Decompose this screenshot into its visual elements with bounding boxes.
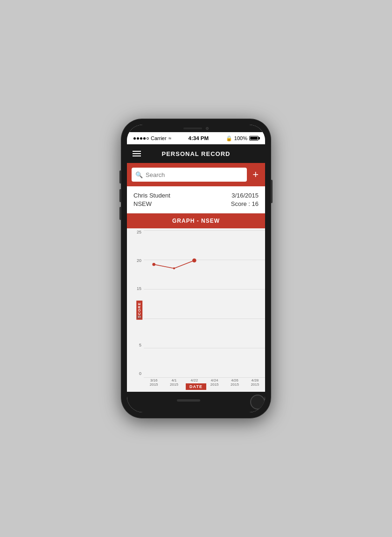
search-icon: 🔍 — [135, 171, 143, 178]
record-date: 3/16/2015 — [231, 192, 259, 199]
add-button[interactable]: + — [251, 170, 260, 180]
speaker-top — [183, 127, 202, 129]
record-score: Score : 16 — [231, 200, 259, 207]
status-time: 4:34 PM — [189, 135, 209, 141]
volume-down-button — [119, 207, 121, 220]
status-left: Carrier ≈ — [133, 135, 171, 141]
battery-icon — [249, 136, 259, 141]
hamburger-line-1 — [133, 151, 141, 152]
graph-container: SCORE 25 20 15 10 5 0 — [127, 228, 265, 392]
front-camera — [206, 127, 209, 130]
y-axis-ticks: 25 20 15 10 5 0 — [127, 228, 144, 378]
record-category: NSEW — [133, 200, 152, 207]
signal-dot-4 — [143, 137, 146, 140]
search-section: 🔍 + — [127, 163, 265, 186]
hamburger-line-2 — [133, 153, 141, 154]
record-name: Chris Student — [133, 192, 170, 199]
phone-screen: Carrier ≈ 4:34 PM 🔒 100% PERS — [127, 125, 265, 412]
data-point-1 — [173, 268, 175, 269]
y-tick-25: 25 — [127, 230, 144, 234]
record-top: Chris Student 3/16/2015 — [133, 192, 259, 199]
record-bottom: NSEW Score : 16 — [133, 200, 259, 207]
status-bar: Carrier ≈ 4:34 PM 🔒 100% — [127, 132, 265, 144]
signal-dot-3 — [140, 137, 142, 140]
graph-title: GRAPH - NSEW — [172, 218, 220, 224]
wifi-icon: ≈ — [168, 135, 171, 141]
data-point-0 — [152, 263, 155, 266]
home-button-area — [127, 392, 265, 412]
grid-line-5 — [144, 348, 265, 348]
chart-line — [154, 261, 195, 268]
battery-fill — [250, 137, 258, 140]
signal-dot-5 — [147, 137, 149, 140]
date-label-container: DATE — [127, 383, 265, 392]
graph-header: GRAPH - NSEW — [127, 213, 265, 228]
search-box[interactable]: 🔍 — [132, 168, 247, 182]
page-title: PERSONAL RECORD — [147, 150, 245, 157]
phone-device: Carrier ≈ 4:34 PM 🔒 100% PERS — [121, 119, 271, 418]
x-axis-label: DATE — [186, 383, 206, 390]
hamburger-line-3 — [133, 155, 141, 156]
y-tick-5: 5 — [127, 343, 144, 347]
battery-pct: 100% — [234, 135, 247, 141]
signal-dot-1 — [133, 137, 136, 140]
status-right: 🔒 100% — [226, 135, 259, 141]
bottom-speaker — [177, 399, 200, 402]
app-area: PERSONAL RECORD 🔍 + Chris Student 3/16/2… — [127, 144, 265, 392]
y-tick-10: 10 — [127, 315, 144, 319]
app-header: PERSONAL RECORD — [127, 144, 265, 163]
volume-up-button — [119, 189, 121, 202]
record-row[interactable]: Chris Student 3/16/2015 NSEW Score : 16 — [127, 186, 265, 213]
signal-dots — [133, 137, 149, 140]
chart-svg — [144, 230, 265, 296]
home-button[interactable] — [250, 395, 265, 410]
search-input[interactable] — [146, 171, 243, 178]
signal-dot-2 — [137, 137, 139, 140]
lock-icon: 🔒 — [226, 135, 232, 141]
grid-line-4 — [144, 318, 265, 319]
menu-button[interactable] — [133, 151, 141, 156]
y-tick-0: 0 — [127, 372, 144, 376]
carrier-label: Carrier — [151, 135, 167, 141]
data-point-2 — [192, 258, 196, 262]
camera-area — [127, 125, 265, 132]
y-tick-15: 15 — [127, 287, 144, 291]
y-tick-20: 20 — [127, 259, 144, 263]
